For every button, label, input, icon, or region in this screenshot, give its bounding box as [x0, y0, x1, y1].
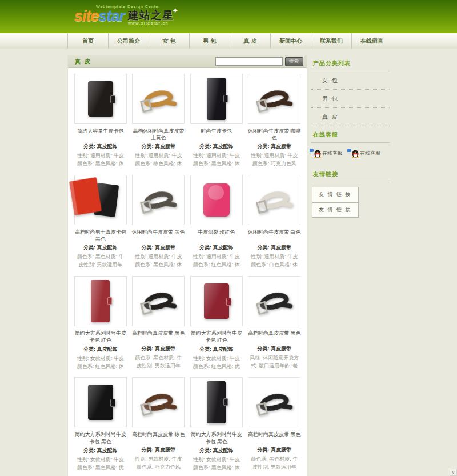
nav-item[interactable]: 女 包: [149, 33, 189, 49]
product-category: 分类: 真皮腰带: [131, 446, 186, 454]
search-bar: 搜索: [215, 57, 303, 66]
product-attr-line-1: 风格: 休闲随意开袋方: [247, 354, 302, 362]
product-category: 分类: 真皮腰带: [131, 345, 186, 353]
online-service-link[interactable]: 在线客服: [350, 149, 380, 158]
product-attr-line-1: 性别: 通用材质: 牛皮: [73, 152, 128, 160]
product-card: 高档休闲时尚真皮皮带 土黄色 分类: 真皮腰带 性别: 通用材质: 牛皮 颜色系…: [130, 74, 188, 168]
product-photo-shape: [142, 290, 175, 313]
site-header: Webtemplate Design Center site star 建站之星…: [0, 0, 457, 33]
product-image[interactable]: [74, 175, 127, 225]
product-grid: 简约大容量牛皮卡包 分类: 真皮配饰 性别: 通用材质: 牛皮 颜色系: 黑色风…: [68, 68, 307, 476]
product-card: 简约大方系列时尚牛皮卡包 黑色 分类: 真皮配饰 性别: 女款材质: 牛皮 颜色…: [187, 377, 246, 471]
product-photo-shape: [91, 280, 110, 322]
product-title[interactable]: 高档时尚真皮皮带 黑色: [247, 330, 302, 343]
product-card: 高档时尚真皮皮带 棕色 分类: 真皮腰带 性别: 男款材质: 牛皮 颜色系: 巧…: [130, 377, 188, 471]
product-title[interactable]: 休闲时尚牛皮皮带 咖啡色: [247, 127, 302, 141]
product-photo-shape: [204, 283, 229, 319]
product-card: 休闲时尚牛皮皮带 白色 分类: 真皮腰带 性别: 通用材质: 牛皮 颜色系: 白…: [246, 175, 304, 269]
product-title[interactable]: 简约大容量牛皮卡包: [73, 127, 128, 141]
sidebar-category-label: 男 包: [322, 95, 339, 102]
product-attr-line-1: 性别: 男款材质: 牛皮: [131, 455, 186, 463]
product-category: 分类: 真皮腰带: [131, 244, 186, 251]
sparkle-icon: ✦: [172, 7, 178, 14]
product-attr-line-2: 颜色系: 巧克力色风: [131, 463, 186, 471]
online-service-link[interactable]: 在线客服: [312, 149, 343, 158]
sidebar-service-title: 在线客服: [311, 126, 390, 143]
product-title[interactable]: 简约大方系列时尚牛皮卡包 黑色: [73, 431, 128, 445]
friend-link-box[interactable]: 友 情 链 接: [312, 187, 359, 202]
product-card: 高档时尚真皮皮带 黑色 分类: 真皮腰带 颜色系: 黑色材质: 牛 皮性别: 男…: [130, 276, 188, 370]
product-image[interactable]: [248, 276, 300, 326]
product-attr-line-1: 性别: 通用材质: 牛皮: [189, 152, 244, 160]
nav-item[interactable]: 真 皮: [230, 33, 270, 49]
product-image[interactable]: [190, 175, 243, 225]
product-attr-line-1: 颜色系: 黑色材质: 牛: [247, 455, 302, 463]
product-image[interactable]: [74, 74, 127, 124]
product-photo-shape: [142, 87, 175, 110]
product-image[interactable]: [248, 74, 300, 124]
product-photo-shape: [88, 81, 113, 117]
product-image[interactable]: [132, 175, 185, 225]
logo-star-text: star: [99, 9, 125, 24]
product-attr-line-2: 颜色系: 黑色风格: 休: [189, 160, 244, 168]
product-title[interactable]: 时尚牛皮卡包: [189, 127, 244, 141]
sidebar-category-title: 产品分类列表: [311, 55, 390, 71]
friend-link-box[interactable]: 友 情 链 接: [312, 202, 359, 218]
product-attr-line-2: 颜色系: 白色风格: 休: [247, 261, 302, 269]
logo-cn-block: 建站之星 ✦ www.sitestar.cn: [128, 10, 174, 25]
nav-item[interactable]: 首页: [67, 33, 108, 49]
scrollbar-down-arrow[interactable]: ∨: [450, 469, 457, 476]
product-attr-line-2: 式: 敞口适用年龄: 老: [247, 362, 302, 370]
product-card: 简约大方系列时尚牛皮卡包 红色 分类: 真皮配饰 性别: 女款材质: 牛皮 颜色…: [71, 276, 130, 370]
product-title[interactable]: 休闲时尚牛皮皮带 黑色: [131, 229, 186, 242]
product-image[interactable]: [132, 377, 185, 427]
sidebar-category-item[interactable]: 男 包: [311, 90, 390, 108]
nav-item[interactable]: 联系我们: [311, 33, 351, 49]
nav-item[interactable]: 新闻中心: [270, 33, 311, 49]
logo-url: www.sitestar.cn: [128, 21, 174, 25]
product-title[interactable]: 简约大方系列时尚牛皮卡包 红色: [189, 330, 244, 343]
product-image[interactable]: [190, 74, 243, 124]
product-photo-shape: [258, 189, 291, 211]
product-image[interactable]: [132, 74, 185, 124]
product-image[interactable]: [190, 377, 243, 427]
product-photo-shape: [207, 381, 226, 423]
product-title[interactable]: 高档时尚真皮皮带 黑色: [131, 330, 186, 343]
product-image[interactable]: [132, 276, 185, 326]
logo-tagline: Webtemplate Design Center: [96, 5, 457, 9]
product-image[interactable]: [74, 276, 127, 326]
product-image[interactable]: [190, 276, 243, 326]
product-title[interactable]: 高档时尚真皮皮带 棕色: [131, 431, 186, 445]
nav-item[interactable]: 在线留言: [351, 33, 392, 49]
sidebar-category-item[interactable]: 真 皮: [311, 108, 390, 126]
logo[interactable]: site star 建站之星 ✦ www.sitestar.cn: [74, 9, 457, 25]
search-button[interactable]: 搜索: [285, 57, 303, 66]
sidebar-category-item[interactable]: 女 包: [311, 71, 390, 90]
product-image[interactable]: [248, 377, 300, 427]
product-attr-line-2: 颜色系: 巧克力色风: [247, 160, 302, 168]
product-image[interactable]: [74, 377, 127, 427]
nav-item-label: 新闻中心: [279, 37, 302, 45]
product-attr-line-1: 性别: 女款材质: 牛皮: [73, 456, 128, 464]
product-title[interactable]: 休闲时尚牛皮皮带 白色: [247, 229, 302, 242]
product-card: 休闲时尚牛皮皮带 咖啡色 分类: 真皮腰带 性别: 通用材质: 牛皮 颜色系: …: [246, 74, 304, 168]
product-category: 分类: 真皮配饰: [189, 244, 244, 251]
product-attr-line-1: 颜色系: 黑色材质: 牛: [73, 253, 128, 261]
product-category: 分类: 真皮配饰: [189, 143, 244, 150]
product-category: 分类: 真皮配饰: [73, 244, 128, 251]
nav-item[interactable]: 男 包: [189, 33, 230, 49]
product-attr-line-2: 颜色系: 黑色风格: 休: [189, 464, 244, 472]
nav-item[interactable]: 公司简介: [108, 33, 149, 49]
product-title[interactable]: 简约大方系列时尚牛皮卡包 红色: [73, 330, 128, 343]
search-input[interactable]: [215, 57, 283, 66]
product-title[interactable]: 高档休闲时尚真皮皮带 土黄色: [131, 127, 186, 141]
product-title[interactable]: 高档时尚男士真皮卡包 黑色: [73, 229, 128, 242]
product-card: 牛皮烟袋 玫红色 分类: 真皮配饰 性别: 通用材质: 牛皮 颜色系: 红色风格…: [187, 175, 246, 269]
product-title[interactable]: 高档时尚真皮皮带 黑色: [247, 431, 302, 445]
product-title[interactable]: 牛皮烟袋 玫红色: [189, 229, 244, 242]
page-title: 真 皮: [75, 58, 91, 66]
main-content: 真 皮 搜索 简约大容量牛皮卡包 分类: 真皮配饰 性别: 通用材质: 牛皮 颜…: [67, 55, 390, 476]
product-photo-shape: [203, 183, 230, 217]
product-title[interactable]: 简约大方系列时尚牛皮卡包 黑色: [189, 431, 244, 445]
product-image[interactable]: [248, 175, 300, 225]
